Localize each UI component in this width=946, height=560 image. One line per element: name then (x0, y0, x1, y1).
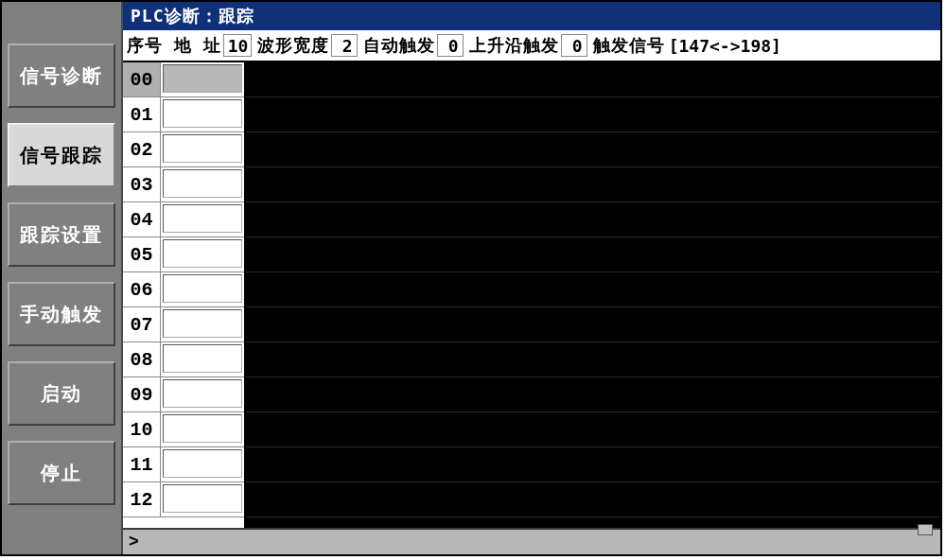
addr-row-input[interactable] (163, 169, 242, 198)
param-trigger-signal-label: 触发信号 (593, 34, 665, 57)
param-seq-addr-label: 序号 地 址 (127, 34, 221, 57)
sidebar-spacer (2, 2, 121, 36)
addr-row: 09 (123, 377, 244, 412)
addr-row: 03 (123, 167, 244, 202)
addr-row: 12 (123, 482, 244, 517)
prompt-char: > (129, 533, 139, 551)
addr-row-num[interactable]: 03 (123, 167, 161, 201)
addr-row-num[interactable]: 08 (123, 342, 161, 376)
footer-prompt[interactable]: > (123, 528, 940, 554)
waveform-gridline (246, 481, 940, 482)
waveform-gridline (246, 376, 940, 377)
scrollbar-thumb[interactable] (918, 524, 933, 535)
addr-row-input[interactable] (163, 204, 242, 233)
addr-row-num[interactable]: 11 (123, 447, 161, 481)
param-trigger-signal-value: [147<->198] (669, 36, 781, 56)
param-seq-addr-input[interactable]: 10 (223, 34, 252, 57)
addr-row-input[interactable] (163, 64, 242, 93)
main-panel: PLC诊断：跟踪 序号 地 址 10 波形宽度 2 自动触发 0 上升沿触发 0… (123, 2, 940, 554)
addr-row: 11 (123, 447, 244, 482)
addr-row: 06 (123, 272, 244, 307)
waveform-gridline (246, 446, 940, 447)
param-row: 序号 地 址 10 波形宽度 2 自动触发 0 上升沿触发 0 触发信号 [14… (123, 30, 940, 62)
waveform-gridline (246, 166, 940, 167)
body-area: 00010203040506070809101112 (123, 62, 940, 528)
waveform-gridline (246, 306, 940, 307)
param-rising-edge: 上升沿触发 0 (467, 34, 587, 57)
addr-row: 00 (123, 62, 244, 97)
waveform-gridline (246, 201, 940, 202)
addr-row-num[interactable]: 05 (123, 237, 161, 271)
addr-row: 04 (123, 202, 244, 237)
addr-row-input[interactable] (163, 414, 242, 443)
param-trigger-signal: 触发信号 [147<->198] (591, 34, 781, 57)
addr-row-input[interactable] (163, 309, 242, 338)
param-auto-trigger-label: 自动触发 (363, 34, 435, 57)
sidebar-btn-signal-trace[interactable]: 信号跟踪 (8, 123, 115, 187)
titlebar: PLC诊断：跟踪 (123, 2, 940, 30)
addr-row-input[interactable] (163, 344, 242, 373)
addr-row: 02 (123, 132, 244, 167)
addr-row-num[interactable]: 09 (123, 377, 161, 411)
addr-row: 08 (123, 342, 244, 377)
addr-row-input[interactable] (163, 484, 242, 513)
waveform-gridline (246, 271, 940, 272)
waveform-gridline (246, 341, 940, 342)
sidebar-btn-stop[interactable]: 停止 (8, 441, 115, 505)
addr-row: 05 (123, 237, 244, 272)
addr-row-num[interactable]: 04 (123, 202, 161, 236)
addr-row-input[interactable] (163, 449, 242, 478)
addr-row: 07 (123, 307, 244, 342)
addr-row-num[interactable]: 00 (123, 62, 161, 96)
addr-row: 10 (123, 412, 244, 447)
waveform-gridline (246, 516, 940, 517)
param-wave-width-input[interactable]: 2 (331, 34, 358, 57)
addr-row-num[interactable]: 10 (123, 412, 161, 446)
addr-row-input[interactable] (163, 99, 242, 128)
addr-row-num[interactable]: 06 (123, 272, 161, 306)
param-auto-trigger: 自动触发 0 (361, 34, 464, 57)
waveform-gridline (246, 131, 940, 132)
waveform-gridline (246, 236, 940, 237)
sidebar: 信号诊断 信号跟踪 跟踪设置 手动触发 启动 停止 (2, 2, 123, 554)
addr-row-input[interactable] (163, 274, 242, 303)
param-rising-edge-label: 上升沿触发 (469, 34, 559, 57)
waveform-display[interactable] (246, 62, 940, 528)
address-column: 00010203040506070809101112 (123, 62, 246, 528)
addr-row-num[interactable]: 02 (123, 132, 161, 166)
sidebar-btn-start[interactable]: 启动 (8, 361, 115, 426)
addr-row-input[interactable] (163, 134, 242, 163)
param-wave-width: 波形宽度 2 (255, 34, 358, 57)
addr-row-num[interactable]: 12 (123, 482, 161, 516)
addr-row: 01 (123, 97, 244, 132)
sidebar-btn-signal-diagnose[interactable]: 信号诊断 (8, 44, 115, 108)
sidebar-btn-manual-trigger[interactable]: 手动触发 (8, 282, 115, 346)
addr-row-input[interactable] (163, 379, 242, 408)
param-wave-width-label: 波形宽度 (257, 34, 329, 57)
titlebar-text: PLC诊断：跟踪 (131, 5, 254, 27)
app-window: 信号诊断 信号跟踪 跟踪设置 手动触发 启动 停止 PLC诊断：跟踪 序号 地 … (0, 0, 942, 556)
param-auto-trigger-input[interactable]: 0 (437, 34, 464, 57)
waveform-gridline (246, 96, 940, 97)
sidebar-btn-trace-settings[interactable]: 跟踪设置 (8, 202, 115, 267)
param-seq-addr: 序号 地 址 10 (125, 34, 252, 57)
addr-row-input[interactable] (163, 239, 242, 268)
param-rising-edge-input[interactable]: 0 (561, 34, 587, 57)
addr-row-num[interactable]: 07 (123, 307, 161, 341)
addr-row-num[interactable]: 01 (123, 97, 161, 131)
waveform-gridline (246, 411, 940, 412)
